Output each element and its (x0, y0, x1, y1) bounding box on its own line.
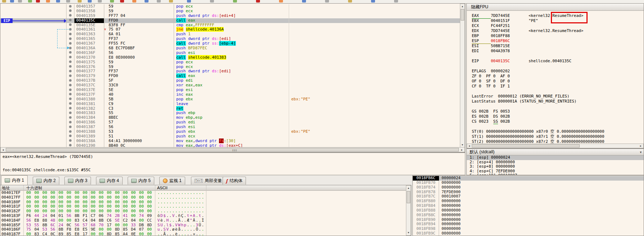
memory-vscrollbar[interactable]: ▲ ▼ (406, 185, 411, 236)
disasm-vscroll-thumb[interactable] (461, 9, 464, 21)
disasm-hscrollbar[interactable]: ◄ ⦀⦀⦀ ► (0, 147, 465, 152)
regs-hscrollbar[interactable]: ◄ ► (467, 144, 644, 148)
register-line[interactable]: OF 0 SF 0 DF 0 (472, 79, 643, 84)
toolbar-button[interactable] (187, 0, 191, 3)
toolbar-button[interactable] (56, 0, 60, 3)
toolbar-button[interactable] (302, 0, 306, 3)
calling-convention-select[interactable]: 默认 (stdcall) ▼ (467, 149, 644, 155)
register-line[interactable]: ECXFC44F251 (472, 23, 643, 28)
disasm-row[interactable]: 0040135CFFD0call eax (0, 18, 460, 23)
register-line[interactable]: EFLAGS 00000202 (472, 69, 643, 74)
toolbar-button[interactable] (120, 0, 124, 3)
register-line[interactable]: EBP0018FF88 (472, 33, 643, 38)
regs-hscroll-thumb[interactable] (472, 144, 580, 148)
disasm-row[interactable]: 00401379FFD0call eax (0, 74, 460, 78)
disasm-hscroll-thumb[interactable]: ⦀⦀⦀ (6, 148, 459, 151)
disasm-row[interactable]: 0040137B5Fpop edi (0, 78, 460, 83)
toolbar-button[interactable] (66, 0, 70, 3)
toolbar-button[interactable] (98, 0, 102, 3)
tab-结构体[interactable]: ʃ结构体 (223, 177, 246, 185)
toolbar-button[interactable] (46, 0, 50, 3)
register-line[interactable]: ST(1) 00000000000000000000 x87r1 空 0.000… (472, 134, 643, 139)
tab-内存-1[interactable]: 内存 1 (1, 175, 28, 185)
memory-row[interactable]: 0040187F0083C40C8985E81700008D85A40E0000… (0, 232, 406, 236)
register-line[interactable]: ZF 0 PF 0 AF 0 (472, 74, 643, 79)
tab-局部变量[interactable]: [x=]局部变量 (191, 177, 225, 185)
disasm-row[interactable]: 0040137F40inc eax (0, 92, 460, 97)
register-line[interactable]: CS 0023 SS 002B (472, 119, 643, 124)
scroll-left-icon[interactable]: ◄ (1, 148, 5, 152)
disasm-row[interactable]: 00401359FF77 04push dword ptr ds:[edi+4] (0, 14, 460, 18)
arg-row[interactable]: 3: [esp+8] 00000000 (467, 164, 644, 169)
toolbar-button[interactable] (10, 0, 14, 3)
stack-row[interactable]: 0018FB8800000000 (413, 208, 644, 213)
disasm-vscrollbar[interactable]: ▲ ▼ (460, 4, 465, 148)
stack-row[interactable]: 0018FB6C00000024 (413, 176, 644, 181)
disasm-row[interactable]: 0040138853push ebxebx:"PE" (0, 130, 460, 134)
disasm-row[interactable]: 0040136F56push esi (0, 51, 460, 55)
disasm-row[interactable]: 004013805Bpop ebxebx:"PE" (0, 97, 460, 102)
register-line[interactable]: ESP0018FB6C (472, 38, 643, 44)
register-line[interactable]: LastError 00000012 (ERROR_NO_MORE_FILES) (472, 94, 643, 99)
disasm-row[interactable]: 00401377FF37push dword ptr ds:[edi] (0, 69, 460, 74)
hide-fpu-button[interactable]: 隐藏FPU (467, 4, 644, 11)
tab-内存-3[interactable]: 内存 3 (64, 177, 91, 185)
disasm-row[interactable]: 0040137559pop ecx (0, 60, 460, 65)
disasm-row[interactable]: 0040138657push edi (0, 120, 460, 125)
toolbar-button[interactable] (110, 0, 114, 3)
stack-row[interactable]: 0018FB8400000000 (413, 204, 644, 208)
register-line[interactable]: ESI50BB715E (472, 44, 643, 49)
toolbar-button[interactable] (132, 0, 136, 3)
register-line[interactable] (472, 104, 643, 109)
toolbar-button[interactable] (145, 0, 149, 3)
register-line[interactable]: CF 0 TF 0 IF 1 (472, 84, 643, 89)
tab-内存-4[interactable]: 内存 4 (96, 177, 123, 185)
disasm-row[interactable]: 00401370E8 0E000000call shellcode.401383 (0, 55, 460, 60)
toolbar-button[interactable] (371, 0, 375, 3)
arg-row[interactable]: 1: [esp] 00000024 (467, 155, 644, 160)
toolbar-button[interactable] (348, 0, 352, 3)
scroll-up-icon[interactable]: ▲ (406, 186, 411, 190)
scroll-up-icon[interactable]: ▲ (460, 4, 465, 9)
toolbar-button[interactable] (325, 0, 329, 3)
register-line[interactable]: ES 002B DS 002B (472, 114, 643, 119)
memory-vscroll-thumb[interactable] (407, 191, 410, 203)
scroll-down-icon[interactable]: ▼ (406, 231, 411, 235)
memory-row[interactable]: 004017FF00000000000000000000000000000000… (0, 195, 406, 200)
toolbar-button[interactable] (233, 0, 237, 3)
toolbar-button[interactable] (36, 0, 40, 3)
stack-row[interactable]: 0018FB7400000000 (413, 185, 644, 190)
toolbar-button[interactable] (78, 0, 82, 3)
register-line[interactable]: EDX7DD7445E<kernel32.ResumeThread> (472, 28, 643, 33)
toolbar-button[interactable] (169, 0, 173, 3)
register-line[interactable]: GS 002B FS 0053 (472, 109, 643, 114)
disasm-row[interactable]: 0040137E5Epop esi (0, 88, 460, 92)
stack-row[interactable]: 0018FB9C00000000 (413, 231, 644, 236)
disasm-row[interactable]: 00401381C9leave (0, 102, 460, 106)
register-line[interactable] (472, 54, 643, 59)
stack-row[interactable]: 0018FB7000000000 (413, 181, 644, 185)
tab-监视-1[interactable]: 监视 1 (159, 177, 185, 185)
disasm-row[interactable]: 00401367FF55 FCcall dword ptr ss:[ebp-4] (0, 41, 460, 46)
tab-内存-5[interactable]: 内存 5 (128, 177, 154, 185)
register-line[interactable] (472, 124, 643, 129)
memory-row[interactable]: 004017EF00000000000000000000000000000000… (0, 191, 406, 195)
memory-row[interactable]: 0040184F56E88848000083C4048BC65EC20400CC… (0, 218, 406, 223)
toolbar-button[interactable] (279, 0, 283, 3)
toolbar-button[interactable] (157, 0, 161, 3)
disasm-row[interactable]: 0040137C33C0xor eax,eax (0, 83, 460, 88)
register-line[interactable]: EDI004A3978 (472, 49, 643, 54)
toolbar-button[interactable] (210, 0, 214, 3)
toolbar-button[interactable] (28, 0, 32, 3)
register-line[interactable]: ST(0) 00000000000000000000 x87r0 空 0.000… (472, 129, 643, 134)
disasm-row[interactable]: 0040138355push ebp (0, 111, 460, 115)
stack-row[interactable]: 0018FB8C00000000 (413, 213, 644, 218)
scroll-right-icon[interactable]: ► (460, 148, 464, 152)
register-line[interactable]: LastStatus 8000001A (STATUS_NO_MORE_ENTR… (472, 99, 643, 104)
disasm-row[interactable]: 0040138756push esi (0, 125, 460, 130)
register-line[interactable] (472, 64, 643, 69)
toolbar-button[interactable] (256, 0, 260, 3)
disasm-row[interactable]: 0040136175 07jne shellcode.40136A (0, 27, 460, 32)
register-line[interactable] (472, 89, 643, 94)
toolbar-button[interactable] (2, 0, 6, 3)
